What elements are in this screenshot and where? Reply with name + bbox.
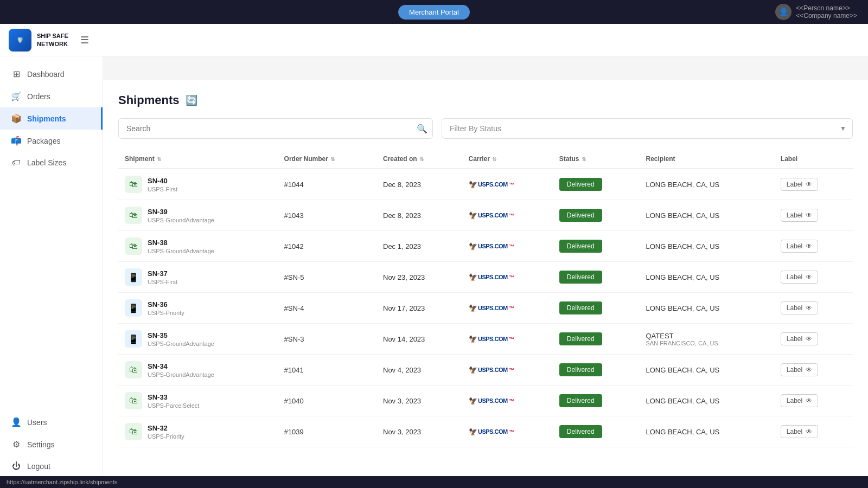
- logo-text: 🛡️: [17, 37, 23, 43]
- shipment-service: USPS-Priority: [148, 310, 184, 316]
- cell-recipient: QATESTSAN FRANCISCO, CA, US: [639, 324, 774, 355]
- cell-status: Delivered: [553, 416, 640, 447]
- eye-icon: 👁: [806, 211, 812, 219]
- top-bar: Merchant Portal 👤 <<Person name>> <<Comp…: [0, 0, 868, 24]
- hamburger-menu[interactable]: ☰: [80, 34, 89, 46]
- eye-icon: 👁: [806, 335, 812, 343]
- label-button[interactable]: Label 👁: [781, 363, 818, 376]
- shipment-id: SN-39: [148, 208, 214, 216]
- sidebar-item-label-sizes[interactable]: 🏷Label Sizes: [0, 152, 103, 174]
- shipment-id: SN-36: [148, 300, 184, 309]
- label-button[interactable]: Label 👁: [781, 301, 818, 314]
- col-shipment[interactable]: Shipment ⇅: [118, 150, 278, 169]
- cell-status: Delivered: [553, 293, 640, 324]
- cell-carrier: 🦅 USPS.COM ™: [462, 324, 553, 355]
- label-button[interactable]: Label 👁: [781, 332, 818, 345]
- col-carrier[interactable]: Carrier ⇅: [462, 150, 553, 169]
- shipment-id: SN-40: [148, 177, 177, 185]
- sidebar-item-logout[interactable]: ⏻Logout: [0, 455, 103, 477]
- sidebar-label-dashboard: Dashboard: [27, 70, 65, 79]
- logo-text-label: SHIP SAFE NETWORK: [37, 32, 68, 48]
- status-badge: Delivered: [559, 240, 602, 253]
- usps-logo: 🦅 USPS.COM ™: [469, 273, 546, 281]
- cell-label: Label 👁: [774, 231, 853, 262]
- filter-container: Filter By Status Delivered In Transit Pe…: [442, 118, 853, 139]
- sidebar-item-dashboard[interactable]: ⊞Dashboard: [0, 63, 103, 85]
- company-name: <<Company name>>: [796, 12, 857, 20]
- label-button[interactable]: Label 👁: [781, 209, 818, 222]
- shipment-icon: 🛍: [125, 361, 142, 378]
- table-row: 🛍 SN-40 USPS-First #1044 Dec 8, 2023 🦅 U…: [118, 169, 853, 200]
- sidebar: ⊞Dashboard🛒Orders📦Shipments📫Packages🏷Lab…: [0, 56, 103, 488]
- shipment-service: USPS-First: [148, 279, 177, 285]
- label-button[interactable]: Label 👁: [781, 178, 818, 191]
- sidebar-item-packages[interactable]: 📫Packages: [0, 130, 103, 152]
- cell-recipient: LONG BEACH, CA, US: [639, 231, 774, 262]
- cell-carrier: 🦅 USPS.COM ™: [462, 386, 553, 416]
- cell-label: Label 👁: [774, 386, 853, 416]
- label-text: Label: [787, 366, 802, 374]
- label-button[interactable]: Label 👁: [781, 271, 818, 284]
- cell-recipient: LONG BEACH, CA, US: [639, 262, 774, 293]
- usps-logo: 🦅 USPS.COM ™: [469, 181, 546, 189]
- search-input[interactable]: [118, 118, 433, 139]
- status-badge: Delivered: [559, 425, 602, 438]
- eye-icon: 👁: [806, 397, 812, 404]
- sidebar-item-orders[interactable]: 🛒Orders: [0, 85, 103, 107]
- shipment-icon: 📱: [125, 299, 142, 317]
- cell-shipment: 📱 SN-35 USPS-GroundAdvantage: [118, 324, 278, 355]
- cell-order-number: #1044: [278, 169, 376, 200]
- col-order-number[interactable]: Order Number ⇅: [278, 150, 376, 169]
- col-created-on[interactable]: Created on ⇅: [376, 150, 462, 169]
- table-row: 📱 SN-35 USPS-GroundAdvantage #SN-3 Nov 1…: [118, 324, 853, 355]
- cell-label: Label 👁: [774, 355, 853, 386]
- cell-shipment: 📱 SN-36 USPS-Priority: [118, 293, 278, 324]
- label-text: Label: [787, 242, 802, 250]
- shipment-icon: 🛍: [125, 237, 142, 255]
- refresh-icon[interactable]: 🔄: [186, 94, 197, 106]
- eye-icon: 👁: [806, 366, 812, 374]
- status-badge: Delivered: [559, 394, 602, 407]
- cell-carrier: 🦅 USPS.COM ™: [462, 355, 553, 386]
- cell-recipient: LONG BEACH, CA, US: [639, 200, 774, 231]
- sidebar-bottom: 👤Users⚙Settings⏻Logout: [0, 404, 103, 488]
- user-name: <<Person name>>: [796, 4, 857, 12]
- filter-by-status-select[interactable]: Filter By Status Delivered In Transit Pe…: [442, 118, 853, 139]
- cell-status: Delivered: [553, 262, 640, 293]
- user-info: 👤 <<Person name>> <<Company name>>: [775, 4, 857, 20]
- cell-recipient: LONG BEACH, CA, US: [639, 355, 774, 386]
- shipment-id: SN-38: [148, 239, 214, 247]
- sidebar-item-shipments[interactable]: 📦Shipments: [0, 107, 103, 130]
- cell-status: Delivered: [553, 386, 640, 416]
- logo-box: 🛡️: [9, 29, 31, 52]
- merchant-portal-button[interactable]: Merchant Portal: [398, 5, 470, 20]
- cell-created-on: Dec 8, 2023: [376, 169, 462, 200]
- cell-order-number: #1040: [278, 386, 376, 416]
- usps-logo: 🦅 USPS.COM ™: [469, 428, 546, 436]
- cell-status: Delivered: [553, 200, 640, 231]
- eye-icon: 👁: [806, 181, 812, 188]
- table-header-row: Shipment ⇅ Order Number ⇅ Created on ⇅ C…: [118, 150, 853, 169]
- label-button[interactable]: Label 👁: [781, 240, 818, 253]
- cell-label: Label 👁: [774, 169, 853, 200]
- cell-created-on: Dec 1, 2023: [376, 231, 462, 262]
- usps-logo: 🦅 USPS.COM ™: [469, 211, 546, 220]
- search-button[interactable]: 🔍: [417, 124, 427, 134]
- eye-icon: 👁: [806, 242, 812, 250]
- usps-logo: 🦅 USPS.COM ™: [469, 242, 546, 251]
- cell-shipment: 🛍 SN-32 USPS-Priority: [118, 416, 278, 447]
- shipments-table: Shipment ⇅ Order Number ⇅ Created on ⇅ C…: [118, 150, 853, 447]
- sidebar-item-users[interactable]: 👤Users: [0, 411, 103, 433]
- label-button[interactable]: Label 👁: [781, 425, 818, 438]
- sidebar-item-settings[interactable]: ⚙Settings: [0, 433, 103, 455]
- eye-icon: 👁: [806, 428, 812, 435]
- shipment-icon: 🛍: [125, 392, 142, 409]
- col-status[interactable]: Status ⇅: [553, 150, 640, 169]
- col-label: Label: [774, 150, 853, 169]
- table-row: 🛍 SN-38 USPS-GroundAdvantage #1042 Dec 1…: [118, 231, 853, 262]
- label-button[interactable]: Label 👁: [781, 394, 818, 407]
- cell-label: Label 👁: [774, 416, 853, 447]
- cell-order-number: #SN-4: [278, 293, 376, 324]
- cell-order-number: #SN-5: [278, 262, 376, 293]
- shipments-icon: 📦: [11, 113, 22, 124]
